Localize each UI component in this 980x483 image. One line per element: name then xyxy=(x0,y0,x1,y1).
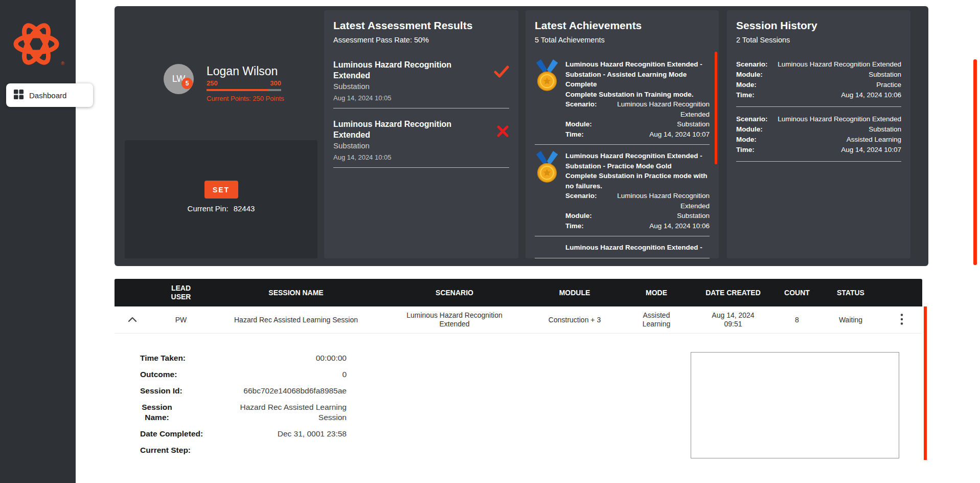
scenario-label: Scenario: xyxy=(736,114,768,124)
module-label: Module: xyxy=(565,119,592,129)
mode-label: Mode: xyxy=(736,80,757,90)
session-history-count: 2 Total Sessions xyxy=(736,36,901,44)
app-root: ® Dashboard LW 5 Logan Wilson 250 300 Cu… xyxy=(0,0,980,483)
achievements-count: 5 Total Achievements xyxy=(535,36,710,44)
detail-row: Date Completed: Dec 31, 0001 23:58 xyxy=(140,429,347,439)
scenario-label: Scenario: xyxy=(565,99,597,119)
sidebar: ® Dashboard xyxy=(0,0,76,483)
row-menu-button[interactable] xyxy=(895,310,908,330)
set-pin-button[interactable]: SET xyxy=(204,181,238,199)
assessment-date: Aug 14, 2024 10:05 xyxy=(333,94,469,102)
mode-label: Mode: xyxy=(736,135,757,145)
sidebar-item-label: Dashboard xyxy=(29,91,66,100)
history-mode-row: Mode: Assisted Learning xyxy=(736,135,901,145)
session-history-item: Scenario: Luminous Hazard Recognition Ex… xyxy=(736,114,901,162)
achievement-module-row: Module: Substation xyxy=(565,119,710,129)
cell-lead-user: PW xyxy=(150,316,212,324)
time-label: Time: xyxy=(736,90,755,100)
achievement-body: Luminous Hazard Recognition Extended - xyxy=(565,243,710,253)
header-status: STATUS xyxy=(820,289,881,297)
assessment-date: Aug 14, 2024 10:05 xyxy=(333,153,469,161)
time-value: Aug 14, 2024 10:07 xyxy=(649,129,710,140)
assessment-pass-rate: Assessment Pass Rate: 50% xyxy=(333,36,509,44)
collapse-row-button[interactable] xyxy=(123,313,142,327)
achievement-item-partial: Luminous Hazard Recognition Extended - xyxy=(535,243,710,258)
history-module-row: Module: Substation xyxy=(736,70,901,80)
assessment-results-card: Latest Assessment Results Assessment Pas… xyxy=(324,10,518,258)
achievement-description: Complete Substation in Practice mode wit… xyxy=(565,171,710,191)
dashboard-panel: LW 5 Logan Wilson 250 300 Current Points… xyxy=(115,6,928,266)
time-value: Aug 14, 2024 10:06 xyxy=(841,90,901,100)
mode-value: Assisted Learning xyxy=(847,135,901,145)
assessment-scenario: Luminous Hazard Recognition Extended xyxy=(333,119,469,140)
achievement-time-row: Time: Aug 14, 2024 10:06 xyxy=(565,221,710,231)
header-session-name: SESSION NAME xyxy=(212,289,380,297)
time-label: Time: xyxy=(565,221,584,231)
medal-icon xyxy=(535,151,559,231)
user-name: Logan Wilson xyxy=(207,64,278,78)
row-detail-panel: Time Taken: 00:00:00 Outcome: 0 Session … xyxy=(115,334,922,483)
achievement-body: Luminous Hazard Recognition Extended - S… xyxy=(565,151,710,231)
page-scrollbar[interactable] xyxy=(973,59,977,265)
module-value: Substation xyxy=(869,70,901,80)
scenario-label: Scenario: xyxy=(565,191,597,211)
cell-mode: Assisted Learning xyxy=(621,311,692,328)
points-current: 250 xyxy=(207,79,218,87)
achievement-name: Luminous Hazard Recognition Extended - xyxy=(565,243,710,253)
table-row: PW Hazard Rec Assisted Learning Session … xyxy=(115,306,922,334)
table-scrollbar[interactable] xyxy=(924,306,927,460)
scenario-value: Luminous Hazard Recognition Extended xyxy=(778,114,901,124)
module-value: Substation xyxy=(677,211,710,221)
detail-row: Current Step: xyxy=(140,445,347,455)
assessment-result-item: Luminous Hazard Recognition Extended Sub… xyxy=(333,119,509,168)
current-pin: Current Pin:82443 xyxy=(125,204,317,213)
history-scenario-row: Scenario: Luminous Hazard Recognition Ex… xyxy=(736,59,901,70)
assessment-fail-icon xyxy=(496,119,509,161)
cell-status: Waiting xyxy=(820,316,881,324)
registered-trademark-mark: ® xyxy=(61,61,64,66)
assessment-result-text: Luminous Hazard Recognition Extended Sub… xyxy=(333,119,469,161)
cell-date-created: Aug 14, 2024 09:51 xyxy=(692,311,774,328)
achievement-item: Luminous Hazard Recognition Extended - S… xyxy=(535,151,710,236)
assessment-result-item: Luminous Hazard Recognition Extended Sub… xyxy=(333,59,509,108)
history-time-row: Time: Aug 14, 2024 10:06 xyxy=(736,90,901,100)
time-label: Time: xyxy=(736,145,755,155)
sessions-table: LEAD USER SESSION NAME SCENARIO MODULE M… xyxy=(115,279,922,483)
module-label: Module: xyxy=(736,124,763,135)
achievements-card: Latest Achievements 5 Total Achievements… xyxy=(526,10,719,258)
scenario-label: Scenario: xyxy=(736,59,768,70)
header-scenario: SCENARIO xyxy=(380,289,529,297)
detail-row: Session Name: Hazard Rec Assisted Learni… xyxy=(140,402,347,423)
assessment-module: Substation xyxy=(333,141,469,150)
header-mode: MODE xyxy=(621,289,692,297)
assessment-results-title: Latest Assessment Results xyxy=(333,19,509,32)
achievement-module-row: Module: Substation xyxy=(565,211,710,221)
luminous-rings-icon xyxy=(11,23,62,67)
points-max: 300 xyxy=(270,79,281,87)
session-history-item: Scenario: Luminous Hazard Recognition Ex… xyxy=(736,59,901,107)
luminous-logo: ® xyxy=(11,23,62,68)
module-value: Substation xyxy=(677,119,710,129)
time-value: Aug 14, 2024 10:06 xyxy=(649,221,710,231)
module-label: Module: xyxy=(565,211,592,221)
detail-row: Outcome: 0 xyxy=(140,369,347,380)
detail-row: Session Id: 66bc702e14068bd6fa8985ae xyxy=(140,386,347,396)
header-count: COUNT xyxy=(774,289,820,297)
header-module: MODULE xyxy=(529,289,621,297)
time-label: Time: xyxy=(565,129,584,140)
notes-input-box[interactable] xyxy=(691,352,899,458)
cell-session-name: Hazard Rec Assisted Learning Session xyxy=(212,316,380,324)
achievement-body: Luminous Hazard Recognition Extended - S… xyxy=(565,59,710,139)
header-date-created: DATE CREATED xyxy=(692,289,774,297)
points-progress-values: 250 300 xyxy=(207,79,281,87)
assessment-scenario: Luminous Hazard Recognition Extended xyxy=(333,59,469,81)
cell-module: Construction + 3 xyxy=(529,316,621,324)
sidebar-item-dashboard[interactable]: Dashboard xyxy=(6,83,93,107)
history-mode-row: Mode: Practice xyxy=(736,80,901,90)
assessment-module: Substation xyxy=(333,82,469,91)
notification-badge: 5 xyxy=(181,78,193,89)
scenario-value: Luminous Hazard Recognition Extended xyxy=(600,99,710,119)
achievements-scrollbar[interactable] xyxy=(715,52,717,164)
achievement-scenario-row: Scenario: Luminous Hazard Recognition Ex… xyxy=(565,99,710,119)
points-progress-fill xyxy=(207,89,268,91)
